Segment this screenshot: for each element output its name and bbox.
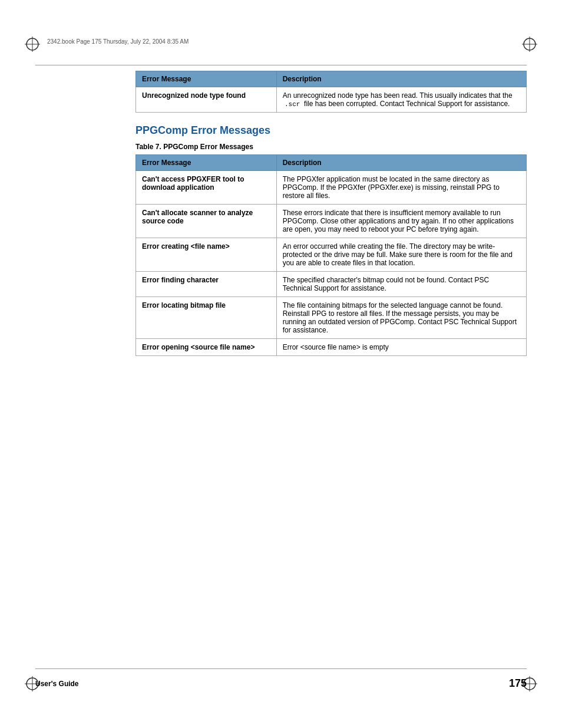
desc-1: These errors indicate that there is insu… [276,205,526,238]
error-msg-2: Error creating <file name> [136,238,277,272]
error-msg-1: Can't allocate scanner to analyze source… [136,205,277,238]
table-header-desc: Description [276,155,526,171]
page-meta: 2342.book Page 175 Thursday, July 22, 20… [47,38,189,45]
desc-4: The file containing bitmaps for the sele… [276,297,526,339]
rule-bottom [35,668,527,669]
error-msg-5: Error opening <source file name> [136,339,277,356]
table-row: Error finding character The specified ch… [136,272,527,297]
corner-mark-tr [521,35,538,53]
footer: User's Guide 175 [35,677,527,690]
content-area: Error Message Description Unrecognized n… [135,71,527,663]
page: 2342.book Page 175 Thursday, July 22, 20… [0,0,562,728]
table-row: Unrecognized node type found An unrecogn… [136,87,527,113]
prev-table-header-desc: Description [276,71,526,87]
table-row: Error locating bitmap file The file cont… [136,297,527,339]
desc-3: The specified character's bitmap could n… [276,272,526,297]
rule-top [35,65,527,65]
footer-label: User's Guide [35,680,79,688]
section-title: PPGComp Error Messages [135,124,527,137]
error-msg-3: Error finding character [136,272,277,297]
error-msg-0: Can't access PPGXFER tool to download ap… [136,171,277,205]
table-header-error: Error Message [136,155,277,171]
footer-page-number: 175 [509,677,527,690]
table-row: Error opening <source file name> Error <… [136,339,527,356]
error-msg-4: Error locating bitmap file [136,297,277,339]
desc-2: An error occurred while creating the fil… [276,238,526,272]
table-row: Error creating <file name> An error occu… [136,238,527,272]
prev-table-header-error: Error Message [136,71,277,87]
desc-0: The PPGXfer application must be located … [276,171,526,205]
prev-error-table: Error Message Description Unrecognized n… [135,71,527,113]
desc-5: Error <source file name> is empty [276,339,526,356]
ppgcomp-error-table: Error Message Description Can't access P… [135,154,527,356]
table-row: Can't allocate scanner to analyze source… [136,205,527,238]
prev-description-0: An unrecognized node type has been read.… [276,87,526,113]
table-row: Can't access PPGXFER tool to download ap… [136,171,527,205]
prev-error-msg-0: Unrecognized node type found [136,87,277,113]
table-caption: Table 7. PPGComp Error Messages [135,143,527,151]
corner-mark-tl [24,35,41,53]
